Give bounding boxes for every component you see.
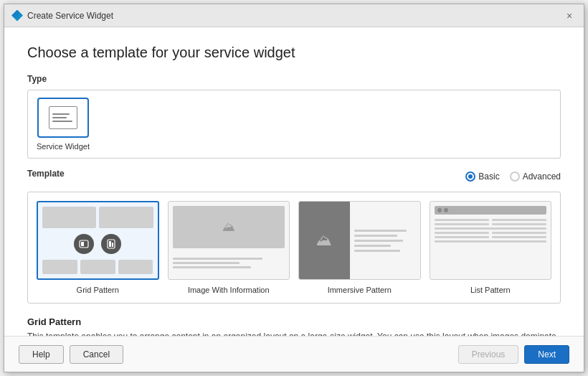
title-bar: Create Service Widget × (4, 4, 584, 27)
list-row-4 (435, 232, 547, 234)
templates-grid: Grid Pattern ⛰ (37, 201, 551, 294)
template-preview-immersive: ⛰ (298, 201, 421, 280)
list-line-6a (435, 240, 547, 243)
type-label: Type (27, 74, 561, 84)
type-icon-box (37, 98, 89, 138)
immersive-line-4 (354, 245, 391, 247)
template-preview-image-info: ⛰ (168, 201, 290, 280)
cancel-button[interactable]: Cancel (70, 345, 123, 364)
previous-button[interactable]: Previous (458, 345, 519, 364)
immersive-left: ⛰ (299, 202, 350, 279)
radio-basic-label: Basic (478, 171, 499, 182)
icon-line-1 (52, 113, 70, 115)
template-section: Grid Pattern ⛰ (27, 192, 561, 304)
app-icon (11, 10, 23, 22)
immersive-line-5 (354, 250, 400, 252)
dialog-content: Choose a template for your service widge… (4, 27, 584, 336)
img-main: ⛰ (173, 206, 285, 248)
list-line-4a (435, 232, 489, 234)
img-info-preview: ⛰ (169, 202, 290, 279)
template-name-grid: Grid Pattern (77, 286, 119, 294)
icon-line-3 (52, 121, 72, 122)
grid-small-2 (80, 260, 115, 274)
img-line-2 (173, 262, 240, 264)
template-card-image-info[interactable]: ⛰ Image With Information (168, 201, 290, 294)
svg-rect-4 (112, 243, 113, 247)
list-line-2b (492, 223, 546, 225)
template-header: Template Basic Advanced (27, 169, 561, 184)
template-name-immersive: Immersive Pattern (328, 286, 392, 294)
description-text: This template enables you to arrange con… (27, 330, 561, 336)
list-header-dot-2 (444, 208, 448, 212)
list-preview (430, 202, 551, 279)
type-section: Service Widget (27, 90, 561, 159)
svg-rect-3 (109, 241, 111, 247)
title-bar-left: Create Service Widget (11, 10, 113, 22)
radio-group: Basic Advanced (465, 171, 561, 182)
immersive-line-2 (354, 235, 397, 237)
grid-img-2 (99, 207, 153, 228)
service-widget-icon (49, 106, 77, 129)
title-bar-text: Create Service Widget (27, 11, 113, 21)
type-item-label: Service Widget (37, 142, 90, 151)
template-preview-list (430, 201, 552, 280)
template-card-immersive[interactable]: ⛰ Immersive Pattern (298, 201, 421, 294)
immersive-preview: ⛰ (299, 202, 420, 279)
mountain-icon: ⛰ (222, 220, 235, 235)
description-title: Grid Pattern (27, 316, 561, 327)
list-row-2 (435, 223, 547, 225)
footer-right: Previous Next (458, 345, 569, 364)
radio-basic[interactable]: Basic (465, 171, 499, 182)
list-line-1b (492, 219, 546, 221)
radio-advanced-circle (510, 171, 520, 182)
immersive-right (350, 202, 420, 279)
list-row-6 (435, 240, 547, 243)
list-row-1 (435, 219, 547, 221)
type-item-service-widget[interactable]: Service Widget (37, 98, 90, 151)
immersive-line-1 (354, 230, 407, 232)
grid-icon-2 (101, 234, 121, 254)
list-header-dot-1 (437, 208, 442, 212)
footer: Help Cancel Previous Next (4, 336, 584, 372)
description-section: Grid Pattern This template enables you t… (27, 314, 561, 336)
radio-advanced[interactable]: Advanced (510, 171, 561, 182)
close-button[interactable]: × (562, 9, 577, 23)
grid-icons-row (42, 231, 153, 257)
list-header-bar (435, 206, 547, 215)
page-title: Choose a template for your service widge… (27, 44, 561, 61)
list-row-5 (435, 236, 547, 238)
grid-icon-1 (74, 234, 94, 254)
list-line-3a (435, 227, 547, 230)
img-line-3 (173, 266, 252, 268)
grid-top-row (42, 207, 153, 228)
grid-preview (38, 202, 158, 278)
grid-small-1 (42, 260, 77, 274)
next-button[interactable]: Next (524, 345, 569, 364)
svg-rect-1 (81, 242, 84, 246)
template-card-grid[interactable]: Grid Pattern (37, 201, 159, 294)
grid-img-1 (42, 207, 96, 228)
help-button[interactable]: Help (19, 345, 64, 364)
dialog: Create Service Widget × Choose a templat… (4, 4, 584, 372)
footer-left: Help Cancel (19, 345, 123, 364)
radio-advanced-label: Advanced (523, 171, 561, 182)
img-line-1 (173, 258, 262, 260)
template-name-list: List Pattern (470, 286, 511, 294)
list-line-2a (435, 223, 489, 225)
grid-small-3 (118, 260, 153, 274)
list-line-5a (435, 236, 489, 238)
grid-bottom-row (42, 260, 153, 274)
list-line-4b (492, 232, 546, 234)
immersive-line-3 (354, 240, 404, 242)
list-row-3 (435, 227, 547, 230)
template-label: Template (27, 169, 65, 179)
immersive-img-icon: ⛰ (316, 231, 332, 250)
radio-basic-circle (465, 171, 475, 182)
list-line-1a (435, 219, 489, 221)
template-preview-grid (37, 201, 159, 280)
img-lines (173, 251, 285, 275)
template-name-image-info: Image With Information (188, 286, 270, 294)
list-line-5b (492, 236, 546, 238)
icon-line-2 (52, 117, 67, 118)
template-card-list[interactable]: List Pattern (430, 201, 552, 294)
